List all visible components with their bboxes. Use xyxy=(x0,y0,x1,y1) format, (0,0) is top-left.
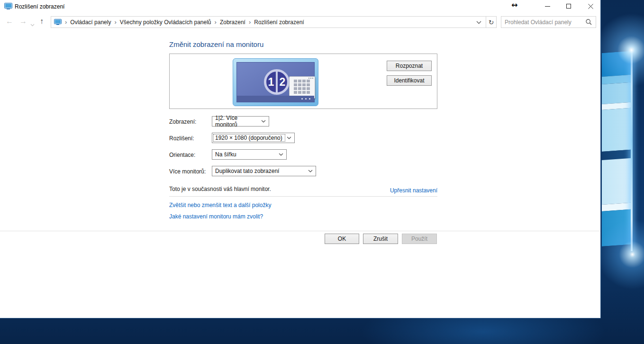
display-dropdown[interactable]: 1|2. Více monitorů xyxy=(212,116,269,127)
minimize-button[interactable] xyxy=(539,0,555,12)
resize-text-link[interactable]: Zvětšit nebo zmenšit text a další položk… xyxy=(169,202,271,208)
control-panel-window: Rozlišení zobrazení ↔ ← → ↑ xyxy=(0,0,601,318)
monitor-preview[interactable]: 1 2 xyxy=(233,58,318,106)
wallpaper-light-glow-bottom xyxy=(593,214,644,295)
display-field-label: Zobrazení: xyxy=(169,118,196,125)
search-input[interactable] xyxy=(501,19,586,26)
breadcrumb-separator: › xyxy=(65,18,67,26)
navigation-bar: ← → ↑ › Ovládací panely › Všechny položk… xyxy=(0,14,600,30)
resolution-dropdown[interactable]: 1920 × 1080 (doporučeno) xyxy=(212,133,295,143)
search-icon[interactable] xyxy=(586,19,592,25)
breadcrumb-separator: › xyxy=(215,18,217,26)
forward-arrow-icon[interactable]: → xyxy=(19,16,27,27)
monitor-id-circle: 1 2 xyxy=(264,69,290,95)
breadcrumb-item-display[interactable]: Zobrazení xyxy=(220,19,245,26)
apply-button[interactable]: Použít xyxy=(402,234,437,244)
close-button[interactable] xyxy=(582,0,599,12)
refresh-icon: ↻ xyxy=(489,18,494,26)
display-monitor-icon xyxy=(4,3,12,12)
location-monitor-icon xyxy=(54,19,62,25)
ok-button[interactable]: OK xyxy=(325,234,359,244)
up-arrow-icon[interactable]: ↑ xyxy=(40,16,44,27)
advanced-settings-link[interactable]: Upřesnit nastavení xyxy=(390,187,437,194)
control-panel-icon xyxy=(289,76,315,99)
titlebar[interactable]: Rozlišení zobrazení ↔ xyxy=(0,0,600,14)
breadcrumb-item-all-items[interactable]: Všechny položky Ovládacích panelů xyxy=(120,19,211,26)
content-divider xyxy=(169,196,437,197)
detect-button[interactable]: Rozpoznat xyxy=(387,61,432,71)
advanced-settings-link-wrap: Upřesnit nastavení xyxy=(169,186,437,194)
refresh-button[interactable]: ↻ xyxy=(486,16,497,28)
monitor-taskbar xyxy=(237,96,314,102)
chevron-down-icon xyxy=(261,120,266,123)
identify-button[interactable]: Identifikovat xyxy=(387,75,432,86)
footer-divider xyxy=(0,231,600,231)
breadcrumb-separator: › xyxy=(114,18,116,26)
chevron-down-icon xyxy=(308,170,313,172)
chevron-down-icon xyxy=(279,153,283,156)
address-bar[interactable]: › Ovládací panely › Všechny položky Ovlá… xyxy=(51,16,486,28)
multiple-displays-dropdown[interactable]: Duplikovat tato zobrazení xyxy=(212,166,316,176)
multiple-displays-dropdown-value: Duplikovat tato zobrazení xyxy=(215,168,279,174)
display-preview-panel: 1 2 R xyxy=(169,54,437,109)
resolution-dropdown-value: 1920 × 1080 (doporučeno) xyxy=(215,135,282,141)
search-box[interactable] xyxy=(501,16,596,28)
monitor-number-2: 2 xyxy=(278,72,287,92)
page-title: Změnit zobrazení na monitoru xyxy=(169,40,263,48)
which-settings-link[interactable]: Jaké nastavení monitoru mám zvolit? xyxy=(169,213,263,220)
display-dropdown-value: 1|2. Více monitorů xyxy=(215,115,261,128)
resize-cursor-icon: ↔ xyxy=(511,0,517,9)
breadcrumb-item-screen-resolution[interactable]: Rozlišení zobrazení xyxy=(254,19,304,26)
breadcrumb-item-control-panel[interactable]: Ovládací panely xyxy=(70,19,111,26)
cancel-button[interactable]: Zrušit xyxy=(363,234,398,244)
orientation-dropdown[interactable]: Na šířku xyxy=(212,149,287,160)
breadcrumb-separator: › xyxy=(249,18,251,26)
address-dropdown-chevron-icon[interactable] xyxy=(476,19,481,26)
back-arrow-icon[interactable]: ← xyxy=(6,16,13,27)
resolution-field-label: Rozlišení: xyxy=(169,135,194,142)
orientation-dropdown-value: Na šířku xyxy=(215,151,236,158)
multiple-displays-field-label: Více monitorů: xyxy=(169,168,206,175)
monitor-number-1: 1 xyxy=(266,72,276,92)
chevron-down-icon xyxy=(287,136,291,139)
monitor-screen: 1 2 xyxy=(236,62,315,102)
maximize-button[interactable] xyxy=(561,0,577,12)
window-title: Rozlišení zobrazení xyxy=(15,3,64,10)
history-chevron-icon[interactable] xyxy=(30,20,35,28)
orientation-field-label: Orientace: xyxy=(169,152,195,158)
